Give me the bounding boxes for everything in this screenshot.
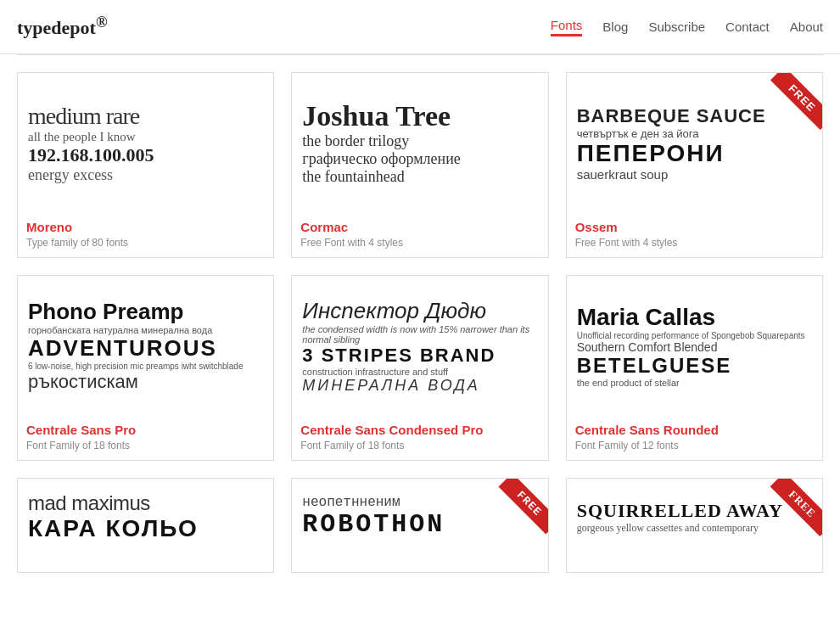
font-preview-robothon[interactable]: неопетнненим ROBOTHON	[292, 479, 547, 555]
nav-fonts[interactable]: Fonts	[551, 18, 583, 36]
nav-about[interactable]: About	[790, 20, 823, 34]
font-card-mad-max: mad maximus КАРА КОЛЬО	[17, 478, 274, 573]
font-preview-mad-max[interactable]: mad maximus КАРА КОЛЬО	[18, 479, 273, 555]
font-name-ossem[interactable]: Ossem	[575, 220, 618, 234]
font-name-centrale-sans-rounded[interactable]: Centrale Sans Rounded	[575, 423, 719, 437]
font-preview-centrale-sans-rounded[interactable]: Maria Callas Unofficial recording perfor…	[567, 276, 822, 416]
font-preview-moreno[interactable]: medium rare all the people I know 192.16…	[18, 73, 273, 213]
font-card-centrale-sans-rounded: Maria Callas Unofficial recording perfor…	[566, 275, 823, 461]
font-desc-centrale-sans-pro: Font Family of 18 fonts	[26, 440, 265, 452]
font-info-centrale-sans-pro: Centrale Sans Pro Font Family of 18 font…	[18, 416, 273, 460]
font-preview-squirrelled[interactable]: SQUIRRELLED AWAY gorgeous yellow cassett…	[567, 479, 822, 555]
nav-blog[interactable]: Blog	[602, 20, 628, 34]
font-name-cormac[interactable]: Cormac	[300, 220, 348, 234]
font-info-squirrelled	[567, 555, 822, 572]
font-desc-ossem: Free Font with 4 styles	[575, 237, 814, 249]
font-preview-centrale-sans-condensed-pro[interactable]: Инспектор Дюдю the condensed width is no…	[292, 276, 547, 416]
font-info-centrale-sans-condensed-pro: Centrale Sans Condensed Pro Font Family …	[292, 416, 547, 460]
font-preview-centrale-sans-pro[interactable]: Phono Preamp горнобанската натурална мин…	[18, 276, 273, 416]
font-desc-centrale-sans-condensed-pro: Font Family of 18 fonts	[300, 440, 539, 452]
font-card-squirrelled: SQUIRRELLED AWAY gorgeous yellow cassett…	[566, 478, 823, 573]
font-name-centrale-sans-pro[interactable]: Centrale Sans Pro	[26, 423, 136, 437]
font-info-moreno: Moreno Type family of 80 fonts	[18, 213, 273, 257]
font-preview-cormac[interactable]: Joshua Tree the border trilogy графическ…	[292, 73, 547, 213]
site-header: typedepot® Fonts Blog Subscribe Contact …	[0, 0, 840, 54]
font-card-robothon: неопетнненим ROBOTHON	[291, 478, 548, 573]
font-desc-moreno: Type family of 80 fonts	[26, 237, 265, 249]
main-nav: Fonts Blog Subscribe Contact About	[551, 18, 823, 36]
font-desc-cormac: Free Font with 4 styles	[300, 237, 539, 249]
font-name-moreno[interactable]: Moreno	[26, 220, 72, 234]
font-info-centrale-sans-rounded: Centrale Sans Rounded Font Family of 12 …	[567, 416, 822, 460]
font-info-mad-max	[18, 555, 273, 572]
nav-subscribe[interactable]: Subscribe	[648, 20, 705, 34]
font-card-centrale-sans-condensed-pro: Инспектор Дюдю the condensed width is no…	[291, 275, 548, 461]
font-name-centrale-sans-condensed-pro[interactable]: Centrale Sans Condensed Pro	[300, 423, 483, 437]
font-card-ossem: BARBEQUE SAUCE четвъртък е ден за йога П…	[566, 72, 823, 258]
font-info-cormac: Cormac Free Font with 4 styles	[292, 213, 547, 257]
font-desc-centrale-sans-rounded: Font Family of 12 fonts	[575, 440, 814, 452]
font-card-moreno: medium rare all the people I know 192.16…	[17, 72, 274, 258]
font-card-cormac: Joshua Tree the border trilogy графическ…	[291, 72, 548, 258]
font-grid: medium rare all the people I know 192.16…	[0, 55, 840, 590]
font-preview-ossem[interactable]: BARBEQUE SAUCE четвъртък е ден за йога П…	[567, 73, 822, 213]
font-info-ossem: Ossem Free Font with 4 styles	[567, 213, 822, 257]
font-info-robothon	[292, 555, 547, 572]
nav-contact[interactable]: Contact	[725, 20, 770, 34]
logo[interactable]: typedepot®	[17, 14, 108, 39]
font-card-centrale-sans-pro: Phono Preamp горнобанската натурална мин…	[17, 275, 274, 461]
